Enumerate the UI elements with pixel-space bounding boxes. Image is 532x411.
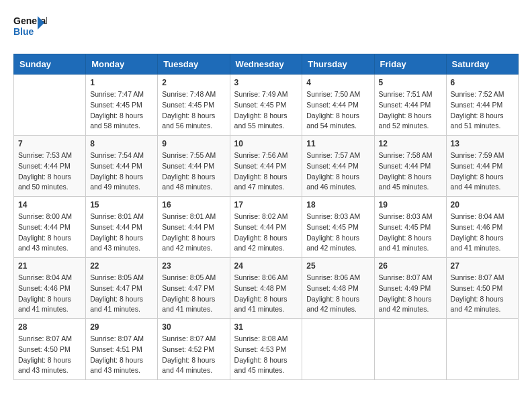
day-number: 16 bbox=[162, 200, 225, 210]
day-info: Sunrise: 7:50 AM Sunset: 4:44 PM Dayligh… bbox=[306, 89, 369, 132]
day-number: 7 bbox=[18, 139, 81, 148]
calendar-week-row: 1Sunrise: 7:47 AM Sunset: 4:45 PM Daylig… bbox=[14, 75, 519, 136]
calendar-cell: 21Sunrise: 8:04 AM Sunset: 4:46 PM Dayli… bbox=[14, 258, 86, 319]
day-info: Sunrise: 7:57 AM Sunset: 4:44 PM Dayligh… bbox=[306, 150, 369, 193]
day-info: Sunrise: 8:05 AM Sunset: 4:47 PM Dayligh… bbox=[90, 273, 153, 315]
calendar-cell: 28Sunrise: 8:07 AM Sunset: 4:50 PM Dayli… bbox=[14, 319, 86, 380]
calendar-cell: 23Sunrise: 8:05 AM Sunset: 4:47 PM Dayli… bbox=[158, 258, 230, 319]
day-number: 3 bbox=[234, 78, 298, 87]
weekday-header: Sunday bbox=[14, 54, 86, 75]
calendar-cell: 9Sunrise: 7:55 AM Sunset: 4:44 PM Daylig… bbox=[158, 136, 230, 197]
day-number: 13 bbox=[451, 139, 514, 148]
day-number: 17 bbox=[234, 200, 298, 210]
calendar-cell: 16Sunrise: 8:01 AM Sunset: 4:44 PM Dayli… bbox=[158, 197, 230, 258]
weekday-header: Friday bbox=[374, 54, 446, 75]
page-header: GeneralBlue bbox=[13, 13, 519, 43]
day-number: 19 bbox=[379, 200, 442, 210]
day-info: Sunrise: 7:58 AM Sunset: 4:44 PM Dayligh… bbox=[379, 150, 442, 193]
logo-svg: GeneralBlue bbox=[13, 13, 47, 43]
calendar-cell: 20Sunrise: 8:04 AM Sunset: 4:46 PM Dayli… bbox=[446, 197, 518, 258]
calendar-cell: 12Sunrise: 7:58 AM Sunset: 4:44 PM Dayli… bbox=[374, 136, 446, 197]
calendar-cell: 8Sunrise: 7:54 AM Sunset: 4:44 PM Daylig… bbox=[86, 136, 158, 197]
day-number: 20 bbox=[451, 200, 514, 210]
calendar-cell: 4Sunrise: 7:50 AM Sunset: 4:44 PM Daylig… bbox=[302, 75, 374, 136]
day-info: Sunrise: 7:54 AM Sunset: 4:44 PM Dayligh… bbox=[90, 150, 153, 193]
day-number: 22 bbox=[90, 261, 153, 271]
calendar-cell: 31Sunrise: 8:08 AM Sunset: 4:53 PM Dayli… bbox=[230, 319, 302, 380]
day-info: Sunrise: 7:55 AM Sunset: 4:44 PM Dayligh… bbox=[162, 150, 225, 193]
day-number: 24 bbox=[234, 261, 298, 271]
day-number: 29 bbox=[90, 322, 153, 332]
calendar-week-row: 21Sunrise: 8:04 AM Sunset: 4:46 PM Dayli… bbox=[14, 258, 519, 319]
logo: GeneralBlue bbox=[13, 13, 47, 43]
calendar-header-row: SundayMondayTuesdayWednesdayThursdayFrid… bbox=[14, 54, 519, 75]
day-info: Sunrise: 8:04 AM Sunset: 4:46 PM Dayligh… bbox=[451, 212, 514, 254]
day-info: Sunrise: 8:02 AM Sunset: 4:44 PM Dayligh… bbox=[234, 212, 298, 254]
day-info: Sunrise: 8:05 AM Sunset: 4:47 PM Dayligh… bbox=[162, 273, 225, 315]
day-info: Sunrise: 8:01 AM Sunset: 4:44 PM Dayligh… bbox=[90, 212, 153, 254]
day-info: Sunrise: 7:51 AM Sunset: 4:44 PM Dayligh… bbox=[379, 89, 442, 132]
day-number: 26 bbox=[379, 261, 442, 271]
calendar-cell: 19Sunrise: 8:03 AM Sunset: 4:45 PM Dayli… bbox=[374, 197, 446, 258]
day-info: Sunrise: 7:53 AM Sunset: 4:44 PM Dayligh… bbox=[18, 150, 81, 193]
day-number: 18 bbox=[306, 200, 369, 210]
day-number: 2 bbox=[162, 78, 225, 87]
day-number: 14 bbox=[18, 200, 81, 210]
calendar-cell: 7Sunrise: 7:53 AM Sunset: 4:44 PM Daylig… bbox=[14, 136, 86, 197]
day-info: Sunrise: 7:47 AM Sunset: 4:45 PM Dayligh… bbox=[90, 89, 153, 132]
day-number: 6 bbox=[451, 78, 514, 87]
calendar-week-row: 14Sunrise: 8:00 AM Sunset: 4:44 PM Dayli… bbox=[14, 197, 519, 258]
day-number: 27 bbox=[451, 261, 514, 271]
calendar-cell: 24Sunrise: 8:06 AM Sunset: 4:48 PM Dayli… bbox=[230, 258, 302, 319]
day-info: Sunrise: 8:07 AM Sunset: 4:50 PM Dayligh… bbox=[18, 334, 81, 376]
calendar-week-row: 7Sunrise: 7:53 AM Sunset: 4:44 PM Daylig… bbox=[14, 136, 519, 197]
calendar-cell: 30Sunrise: 8:07 AM Sunset: 4:52 PM Dayli… bbox=[158, 319, 230, 380]
calendar-cell: 13Sunrise: 7:59 AM Sunset: 4:44 PM Dayli… bbox=[446, 136, 518, 197]
calendar-cell: 14Sunrise: 8:00 AM Sunset: 4:44 PM Dayli… bbox=[14, 197, 86, 258]
day-number: 25 bbox=[306, 261, 369, 271]
svg-text:Blue: Blue bbox=[13, 26, 34, 37]
weekday-header: Tuesday bbox=[158, 54, 230, 75]
weekday-header: Saturday bbox=[446, 54, 518, 75]
day-number: 1 bbox=[90, 78, 153, 87]
calendar-cell: 25Sunrise: 8:06 AM Sunset: 4:48 PM Dayli… bbox=[302, 258, 374, 319]
calendar-cell: 26Sunrise: 8:07 AM Sunset: 4:49 PM Dayli… bbox=[374, 258, 446, 319]
calendar-cell: 15Sunrise: 8:01 AM Sunset: 4:44 PM Dayli… bbox=[86, 197, 158, 258]
day-info: Sunrise: 8:03 AM Sunset: 4:45 PM Dayligh… bbox=[306, 212, 369, 254]
day-info: Sunrise: 8:07 AM Sunset: 4:50 PM Dayligh… bbox=[451, 273, 514, 315]
day-info: Sunrise: 8:06 AM Sunset: 4:48 PM Dayligh… bbox=[234, 273, 298, 315]
calendar-cell: 1Sunrise: 7:47 AM Sunset: 4:45 PM Daylig… bbox=[86, 75, 158, 136]
day-number: 23 bbox=[162, 261, 225, 271]
day-info: Sunrise: 8:07 AM Sunset: 4:51 PM Dayligh… bbox=[90, 334, 153, 376]
calendar-cell bbox=[14, 75, 86, 136]
day-number: 28 bbox=[18, 322, 81, 332]
day-info: Sunrise: 8:08 AM Sunset: 4:53 PM Dayligh… bbox=[234, 334, 298, 376]
day-number: 12 bbox=[379, 139, 442, 148]
calendar-cell: 22Sunrise: 8:05 AM Sunset: 4:47 PM Dayli… bbox=[86, 258, 158, 319]
day-info: Sunrise: 8:03 AM Sunset: 4:45 PM Dayligh… bbox=[379, 212, 442, 254]
day-number: 4 bbox=[306, 78, 369, 87]
calendar-cell: 5Sunrise: 7:51 AM Sunset: 4:44 PM Daylig… bbox=[374, 75, 446, 136]
day-number: 31 bbox=[234, 322, 298, 332]
day-info: Sunrise: 8:00 AM Sunset: 4:44 PM Dayligh… bbox=[18, 212, 81, 254]
day-info: Sunrise: 7:48 AM Sunset: 4:45 PM Dayligh… bbox=[162, 89, 225, 132]
day-info: Sunrise: 8:04 AM Sunset: 4:46 PM Dayligh… bbox=[18, 273, 81, 315]
calendar-cell: 6Sunrise: 7:52 AM Sunset: 4:44 PM Daylig… bbox=[446, 75, 518, 136]
calendar-table: SundayMondayTuesdayWednesdayThursdayFrid… bbox=[13, 54, 519, 380]
calendar-cell bbox=[374, 319, 446, 380]
calendar-cell: 2Sunrise: 7:48 AM Sunset: 4:45 PM Daylig… bbox=[158, 75, 230, 136]
day-number: 21 bbox=[18, 261, 81, 271]
day-number: 10 bbox=[234, 139, 298, 148]
day-info: Sunrise: 8:07 AM Sunset: 4:49 PM Dayligh… bbox=[379, 273, 442, 315]
calendar-cell: 10Sunrise: 7:56 AM Sunset: 4:44 PM Dayli… bbox=[230, 136, 302, 197]
day-number: 15 bbox=[90, 200, 153, 210]
day-info: Sunrise: 8:01 AM Sunset: 4:44 PM Dayligh… bbox=[162, 212, 225, 254]
calendar-week-row: 28Sunrise: 8:07 AM Sunset: 4:50 PM Dayli… bbox=[14, 319, 519, 380]
day-info: Sunrise: 7:49 AM Sunset: 4:45 PM Dayligh… bbox=[234, 89, 298, 132]
day-info: Sunrise: 7:52 AM Sunset: 4:44 PM Dayligh… bbox=[451, 89, 514, 132]
day-number: 5 bbox=[379, 78, 442, 87]
calendar-cell: 29Sunrise: 8:07 AM Sunset: 4:51 PM Dayli… bbox=[86, 319, 158, 380]
day-info: Sunrise: 8:06 AM Sunset: 4:48 PM Dayligh… bbox=[306, 273, 369, 315]
day-info: Sunrise: 7:56 AM Sunset: 4:44 PM Dayligh… bbox=[234, 150, 298, 193]
day-info: Sunrise: 7:59 AM Sunset: 4:44 PM Dayligh… bbox=[451, 150, 514, 193]
